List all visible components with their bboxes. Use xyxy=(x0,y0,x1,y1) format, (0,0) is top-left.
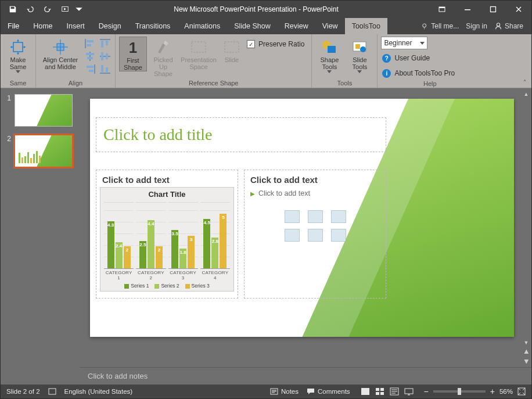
user-guide-button[interactable]: ? User Guide xyxy=(381,52,458,64)
left-content-placeholder[interactable]: Click to add text Chart Title 4.32.42CAT… xyxy=(96,170,238,299)
fit-to-window-icon[interactable] xyxy=(517,387,526,396)
insert-smartart-icon[interactable] xyxy=(331,210,346,223)
make-same-label: Make Same xyxy=(10,56,27,70)
ribbon-display-options-icon[interactable] xyxy=(429,1,455,18)
svg-rect-3 xyxy=(465,9,470,10)
slide-counter[interactable]: Slide 2 of 2 xyxy=(6,388,40,395)
insert-online-picture-icon[interactable] xyxy=(308,229,323,242)
sign-in[interactable]: Sign in xyxy=(466,22,487,30)
title-placeholder[interactable]: Click to add title xyxy=(96,117,386,152)
qat-customize-icon[interactable] xyxy=(75,2,83,17)
next-slide-icon[interactable]: ⯆ xyxy=(522,357,531,366)
collapse-ribbon-icon[interactable]: ˄ xyxy=(520,77,529,87)
notes-pane[interactable]: Click to add notes xyxy=(80,367,531,384)
spell-check-icon[interactable] xyxy=(48,387,56,396)
scroll-down-icon[interactable]: ▼ xyxy=(522,338,531,347)
presentation-space-button[interactable]: Presentation Space xyxy=(179,37,218,70)
tab-file[interactable]: File xyxy=(1,18,26,34)
align-top-icon[interactable] xyxy=(99,38,112,49)
language-indicator[interactable]: English (United States) xyxy=(64,388,133,395)
slide-sorter-view-icon[interactable] xyxy=(373,386,387,397)
zoom-level[interactable]: 56% xyxy=(499,388,513,395)
slide-thumbnail-1[interactable] xyxy=(15,94,73,127)
zoom-slider[interactable] xyxy=(433,390,486,393)
preserve-ratio-checkbox[interactable]: ✓ Preserve Ratio xyxy=(246,38,308,51)
insert-table-icon[interactable] xyxy=(285,210,300,223)
svg-rect-14 xyxy=(89,70,94,72)
tab-slide-show[interactable]: Slide Show xyxy=(227,18,278,34)
right-placeholder-bullet: Click to add text xyxy=(258,189,310,197)
svg-rect-34 xyxy=(380,392,384,395)
slide-thumbnail-2[interactable] xyxy=(15,135,73,167)
svg-rect-31 xyxy=(376,388,379,391)
tab-design[interactable]: Design xyxy=(92,18,128,34)
group-same-label: Same xyxy=(1,79,35,88)
title-placeholder-text: Click to add title xyxy=(103,125,212,144)
window-controls xyxy=(429,1,531,18)
shape-tools-button[interactable]: Shape Tools xyxy=(315,37,343,73)
scroll-up-icon[interactable]: ▲ xyxy=(522,89,531,99)
normal-view-icon[interactable] xyxy=(358,386,372,397)
about-button[interactable]: i About ToolsToo Pro xyxy=(381,67,458,80)
tell-me[interactable]: Tell me... xyxy=(421,22,459,30)
svg-rect-2 xyxy=(439,7,445,8)
chart[interactable]: Chart Title 4.32.42CATEGORY 12.54.42CATE… xyxy=(100,187,234,292)
prev-slide-icon[interactable]: ⯅ xyxy=(522,347,531,357)
slide-tools-button[interactable]: Slide Tools xyxy=(346,37,373,73)
title-bar: New Microsoft PowerPoint Presentation - … xyxy=(1,1,531,18)
svg-rect-15 xyxy=(101,41,103,48)
right-content-placeholder[interactable]: Click to add text ▶Click to add text xyxy=(244,170,386,299)
group-help-label: Help xyxy=(378,80,482,88)
comments-toggle[interactable]: Comments xyxy=(307,388,350,395)
notes-toggle[interactable]: Notes xyxy=(270,388,299,395)
align-center-icon[interactable] xyxy=(84,51,96,62)
tab-view[interactable]: View xyxy=(315,18,345,34)
zoom-out-button[interactable]: − xyxy=(424,387,429,396)
tab-toolstoo[interactable]: ToolsToo xyxy=(345,18,387,34)
svg-rect-9 xyxy=(87,40,94,42)
svg-point-27 xyxy=(360,46,366,52)
save-icon[interactable] xyxy=(5,2,20,17)
align-right-icon[interactable] xyxy=(84,63,96,75)
slide-ref-button[interactable]: Slide xyxy=(220,37,243,63)
vertical-scrollbar[interactable]: ▲ ▼ ⯅ ⯆ xyxy=(521,88,531,367)
align-bottom-icon[interactable] xyxy=(99,63,112,75)
zoom-in-button[interactable]: + xyxy=(490,387,495,396)
slideshow-view-icon[interactable] xyxy=(402,386,416,397)
reading-view-icon[interactable] xyxy=(387,386,401,397)
insert-chart-icon[interactable] xyxy=(308,210,323,223)
tab-transitions[interactable]: Transitions xyxy=(128,18,178,34)
shape-tools-label: Shape Tools xyxy=(320,56,339,70)
content-type-icons xyxy=(281,210,350,242)
first-shape-button[interactable]: 1 First Shape xyxy=(119,37,147,71)
align-center-middle-button[interactable]: Align Center and Middle xyxy=(39,37,81,70)
tab-insert[interactable]: Insert xyxy=(60,18,92,34)
svg-rect-21 xyxy=(192,42,206,52)
slide-canvas[interactable]: Click to add title Click to add text Cha… xyxy=(90,99,514,337)
redo-icon[interactable] xyxy=(40,2,55,17)
tab-review[interactable]: Review xyxy=(278,18,315,34)
close-button[interactable] xyxy=(506,1,531,18)
insert-video-icon[interactable] xyxy=(331,229,346,242)
svg-rect-7 xyxy=(13,42,23,52)
first-shape-label: First Shape xyxy=(124,57,142,71)
insert-picture-icon[interactable] xyxy=(285,229,300,242)
about-label: About ToolsToo Pro xyxy=(394,69,455,77)
undo-icon[interactable] xyxy=(23,2,38,17)
share-button[interactable]: Share xyxy=(494,22,523,30)
tab-animations[interactable]: Animations xyxy=(177,18,227,34)
level-dropdown-value: Beginner xyxy=(384,39,412,47)
svg-rect-20 xyxy=(106,67,108,72)
minimize-button[interactable] xyxy=(455,1,480,18)
maximize-button[interactable] xyxy=(480,1,506,18)
picked-up-shape-button[interactable]: Picked Up Shape xyxy=(149,37,177,77)
tab-home[interactable]: Home xyxy=(26,18,59,34)
start-from-beginning-icon[interactable] xyxy=(57,2,73,17)
level-dropdown[interactable]: Beginner xyxy=(381,37,427,49)
align-middle-icon[interactable] xyxy=(99,51,112,62)
group-tools: Shape Tools Slide Tools Tools xyxy=(312,34,378,88)
align-left-icon[interactable] xyxy=(84,38,96,49)
svg-rect-4 xyxy=(491,7,496,12)
group-tools-label: Tools xyxy=(312,79,377,88)
make-same-button[interactable]: Make Same xyxy=(4,37,32,73)
